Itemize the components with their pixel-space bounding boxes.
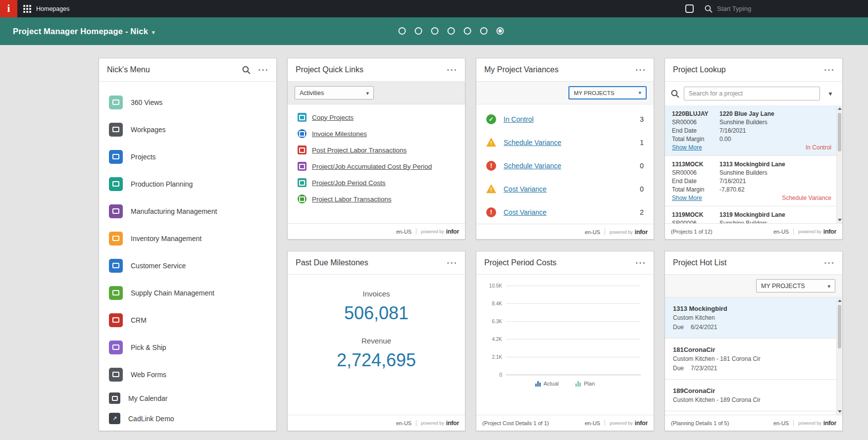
- quick-link[interactable]: Project/Job Accumulated Cost By Period: [312, 163, 432, 170]
- menu-item-label: My Calendar: [128, 394, 167, 402]
- metric-value-invoices[interactable]: 506,081: [344, 303, 408, 324]
- menu-item-label: Manufacturing Management: [131, 207, 217, 215]
- widget-menu-icon[interactable]: ⋯: [257, 64, 268, 75]
- infor-brand: infor: [446, 228, 459, 235]
- quick-link-row: Copy Projects: [298, 113, 455, 122]
- app-grid-icon[interactable]: [23, 5, 31, 13]
- widget-menu-icon[interactable]: ⋯: [446, 64, 457, 75]
- powered-by-label: powered by: [610, 230, 633, 235]
- menu-item-inventory-management[interactable]: Inventory Management: [99, 225, 276, 252]
- widget-menu-icon[interactable]: ⋯: [823, 257, 834, 268]
- variance-link[interactable]: Schedule Variance: [504, 139, 632, 147]
- due-label: Due: [673, 323, 684, 332]
- scrollbar[interactable]: [836, 297, 842, 415]
- variance-link[interactable]: Cost Variance: [504, 208, 632, 216]
- widget-project-hot-list: Project Hot List ⋯ MY PROJECTS 1313 Mock…: [664, 251, 843, 431]
- variance-link[interactable]: In Control: [504, 115, 632, 123]
- period-costs-icon: [298, 178, 306, 187]
- widget-menu-icon[interactable]: ⋯: [823, 64, 834, 75]
- widget-menu-icon[interactable]: ⋯: [635, 64, 646, 75]
- metric-label: Invoices: [362, 290, 390, 298]
- widget-title: Project Hot List: [673, 258, 817, 267]
- menu-item-workpages[interactable]: Workpages: [99, 116, 276, 143]
- menu-item-crm[interactable]: CRM: [99, 306, 276, 334]
- menu-search-icon[interactable]: [242, 66, 251, 74]
- menu-item-my-calendar[interactable]: My Calendar: [99, 388, 276, 408]
- customer-id: SR00006: [672, 118, 719, 127]
- scrollbar-thumb[interactable]: [838, 113, 841, 151]
- lookup-dropdown-icon[interactable]: [824, 90, 836, 98]
- page-dot-3[interactable]: [431, 27, 438, 35]
- legend-actual[interactable]: Actual: [535, 381, 559, 387]
- hot-list-filter-select[interactable]: MY PROJECTS: [756, 279, 835, 293]
- menu-item-manufacturing-management[interactable]: Manufacturing Management: [99, 197, 276, 225]
- quick-links-filter-select[interactable]: Activities: [295, 86, 374, 99]
- page-title[interactable]: Project Manager Homepage - Nick: [13, 27, 155, 36]
- menu-item-360-views[interactable]: 360 Views: [99, 89, 276, 116]
- global-search[interactable]: [705, 5, 868, 13]
- quick-link-row: Project/Job Accumulated Cost By Period: [298, 162, 455, 171]
- global-search-input[interactable]: [717, 5, 836, 12]
- infor-logo[interactable]: i: [0, 0, 17, 17]
- page-dot-5[interactable]: [463, 27, 471, 35]
- menu-item-customer-service[interactable]: Customer Service: [99, 252, 276, 279]
- project-labor-icon: [298, 195, 306, 203]
- y-axis-tick: 10.5K: [489, 283, 502, 289]
- scroll-up-button[interactable]: [837, 105, 842, 112]
- menu-item-label: Supply Chain Management: [131, 289, 214, 297]
- search-icon[interactable]: [705, 5, 713, 13]
- menu-item-production-planning[interactable]: Production Planning: [99, 170, 276, 197]
- quick-link[interactable]: Project/Job Period Costs: [312, 179, 386, 187]
- quick-link[interactable]: Copy Projects: [312, 114, 354, 121]
- scroll-up-button[interactable]: [837, 297, 842, 304]
- project-search-input[interactable]: [684, 87, 820, 100]
- quick-link[interactable]: Post Project Labor Transactions: [312, 147, 407, 154]
- quick-link[interactable]: Project Labor Transactions: [312, 196, 392, 203]
- period-costs-plot: [506, 286, 641, 375]
- scrollbar-thumb[interactable]: [838, 305, 841, 348]
- hot-list-item[interactable]: 189CoronaCir Custom Kitchen - 189 Corona…: [665, 380, 836, 411]
- show-more-link[interactable]: Show More: [672, 144, 702, 152]
- widget-menu-icon[interactable]: ⋯: [635, 257, 646, 268]
- quick-links-list: Copy Projects Invoice Milestones Post Pr…: [288, 104, 465, 211]
- lookup-result[interactable]: 1319MOCK1319 Mockingbird Lane SR00006Sun…: [665, 206, 836, 223]
- quick-link[interactable]: Invoice Milestones: [312, 130, 367, 138]
- menu-item-supply-chain-management[interactable]: Supply Chain Management: [99, 279, 276, 306]
- scrollbar[interactable]: [836, 105, 842, 223]
- variance-link[interactable]: Cost Variance: [504, 185, 632, 193]
- bar-chart-icon: [535, 381, 541, 387]
- page-header: Project Manager Homepage - Nick: [0, 17, 868, 45]
- menu-item-label: Web Forms: [131, 371, 166, 379]
- show-more-link[interactable]: Show More: [672, 194, 702, 202]
- locale-label: en-US: [585, 229, 600, 235]
- menu-item-pick-ship[interactable]: Pick & Ship: [99, 334, 276, 361]
- menu-item-projects[interactable]: Projects: [99, 143, 276, 170]
- due-date: 6/24/2021: [691, 323, 717, 332]
- variance-row: Cost Variance2: [476, 200, 654, 224]
- variances-filter-select[interactable]: MY PROJECTS: [568, 86, 647, 99]
- page-dot-6[interactable]: [480, 27, 487, 35]
- scroll-down-button[interactable]: [837, 408, 842, 415]
- project-name: 1220 Blue Jay Lane: [719, 110, 774, 118]
- legend-plan[interactable]: Plan: [575, 381, 595, 387]
- page-dot-7[interactable]: [496, 27, 504, 35]
- menu-item-cadlink-demo[interactable]: CadLink Demo: [99, 408, 276, 429]
- scroll-down-button[interactable]: [837, 217, 842, 223]
- select-value: MY PROJECTS: [574, 90, 614, 96]
- page-dot-2[interactable]: [414, 27, 422, 35]
- metric-value-revenue[interactable]: 2,724,695: [337, 350, 416, 371]
- lookup-result[interactable]: 1313MOCK1313 Mockingbird Lane SR00006Sun…: [665, 156, 836, 206]
- app-title: Homepages: [36, 5, 69, 12]
- chevron-down-icon[interactable]: [152, 27, 155, 36]
- panel-toggle-icon[interactable]: [685, 4, 694, 13]
- customer-name: Sunshine Builders: [719, 169, 767, 177]
- page-dot-1[interactable]: [398, 27, 406, 35]
- menu-item-web-forms[interactable]: Web Forms: [99, 361, 276, 388]
- variance-link[interactable]: Schedule Variance: [504, 162, 632, 170]
- hot-list-item[interactable]: 181CoronaCir Custom Kitchen - 181 Corona…: [665, 339, 836, 380]
- lookup-result[interactable]: 1220BLUJAY1220 Blue Jay Lane SR00006Suns…: [665, 105, 836, 156]
- widget-menu-icon[interactable]: ⋯: [446, 257, 457, 268]
- page-dot-4[interactable]: [447, 27, 455, 35]
- hot-list-item[interactable]: 1313 Mockingbird Custom Kitchen Due6/24/…: [665, 297, 836, 339]
- gridline: [506, 321, 641, 322]
